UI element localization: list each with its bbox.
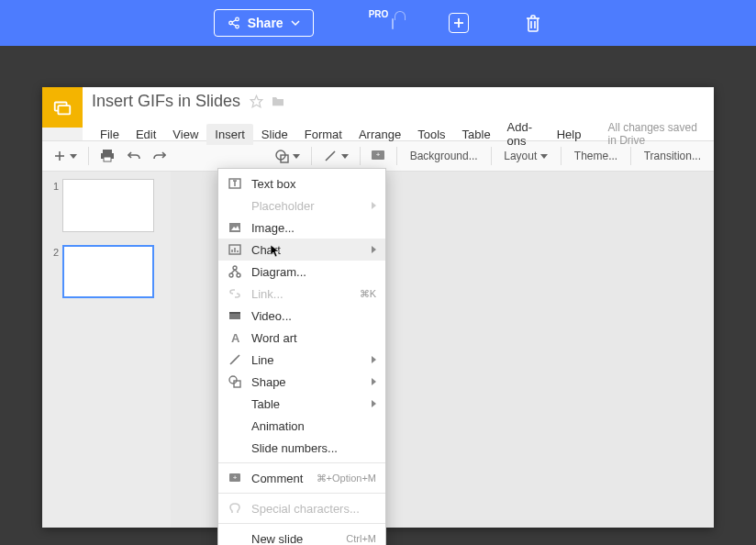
share-label: Share — [248, 16, 284, 30]
svg-point-1 — [228, 21, 232, 25]
svg-line-3 — [232, 20, 236, 22]
svg-point-0 — [235, 17, 239, 21]
top-toolbar: Share PRO — [0, 0, 756, 46]
add-slide-button[interactable] — [449, 13, 469, 33]
lock-icon — [392, 18, 394, 28]
svg-point-2 — [235, 25, 239, 28]
share-icon — [228, 17, 240, 29]
share-button[interactable]: Share — [214, 9, 314, 37]
chevron-down-icon — [291, 18, 300, 28]
pro-label: PRO — [369, 9, 389, 19]
pro-lock-badge[interactable]: PRO — [369, 18, 395, 28]
trash-button[interactable] — [524, 13, 542, 33]
svg-line-4 — [232, 24, 236, 26]
